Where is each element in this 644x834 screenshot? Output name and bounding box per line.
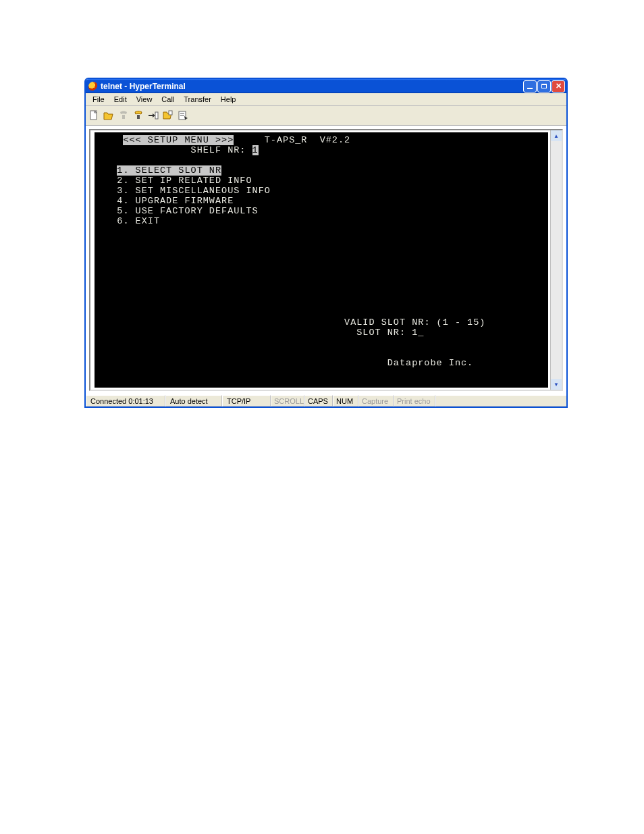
menu-help[interactable]: Help [217,95,240,104]
svg-marker-6 [153,113,155,118]
term-text [99,206,117,216]
properties-icon[interactable] [178,110,188,121]
term-line [99,135,123,145]
statusbar: Connected 0:01:13 Auto detect TCP/IP SCR… [86,394,566,407]
titlebar[interactable]: telnet - HyperTerminal ✕ [86,79,566,93]
vertical-scrollbar[interactable]: ▲ ▼ [550,130,562,390]
svg-marker-2 [104,113,113,120]
client-inner: <<< SETUP MENU >>> T-APS_R V#2.2 SHELF N… [89,129,563,391]
app-window: telnet - HyperTerminal ✕ File Edit View … [84,78,568,408]
status-autodetect: Auto detect [165,395,222,407]
svg-rect-7 [155,112,158,119]
menu-call[interactable]: Call [157,95,178,104]
term-text [99,317,344,328]
status-caps: CAPS [304,395,333,407]
menu-item-1[interactable]: 1. SELECT SLOT NR [117,165,221,176]
close-button[interactable]: ✕ [552,80,565,93]
term-text [99,216,117,226]
svg-rect-3 [122,115,125,119]
disconnect-icon[interactable] [133,110,144,121]
maximize-button[interactable] [537,80,551,93]
svg-rect-4 [137,115,140,119]
menu-item-4[interactable]: 4. UPGRADE FIRMWARE [117,196,234,206]
app-icon [88,82,98,91]
call-icon [118,110,129,121]
new-icon[interactable] [88,110,99,121]
status-tcp: TCP/IP [222,395,271,407]
term-text [99,328,356,338]
company-name: Dataprobe Inc. [387,358,473,368]
menu-title-inverse: <<< SETUP MENU >>> [123,135,234,145]
term-text [99,145,191,155]
menu-view[interactable]: View [132,95,157,104]
app-version: T-APS_R V#2.2 [265,135,350,145]
open-icon[interactable] [103,110,114,121]
window-controls: ✕ [523,80,565,93]
status-capture: Capture [358,395,394,407]
toolbar [86,106,566,126]
status-connected: Connected 0:01:13 [86,395,165,407]
svg-rect-5 [149,115,153,116]
menu-item-6[interactable]: 6. EXIT [117,216,160,226]
scroll-up-icon[interactable]: ▲ [551,130,562,141]
term-text [99,358,387,368]
menu-transfer[interactable]: Transfer [180,95,215,104]
shelf-label: SHELF NR: [191,145,246,155]
minimize-button[interactable] [523,80,537,93]
status-grip [435,395,566,407]
menu-item-3[interactable]: 3. SET MISCELLANEOUS INFO [117,186,271,196]
slot-prompt: SLOT NR: [356,328,412,338]
menu-item-2[interactable]: 2. SET IP RELATED INFO [117,176,252,186]
scroll-down-icon[interactable]: ▼ [551,379,562,390]
send-icon[interactable] [148,110,159,121]
menu-file[interactable]: File [88,95,109,104]
menu-edit[interactable]: Edit [110,95,131,104]
term-text [234,135,265,145]
receive-icon[interactable] [163,110,173,121]
menu-item-5[interactable]: 5. USE FACTORY DEFAULTS [117,206,258,216]
term-text [99,165,117,176]
status-printecho: Print echo [394,395,435,407]
terminal[interactable]: <<< SETUP MENU >>> T-APS_R V#2.2 SHELF N… [95,132,548,388]
slot-input[interactable]: 1 [412,328,424,338]
term-text [99,186,117,196]
client-area: <<< SETUP MENU >>> T-APS_R V#2.2 SHELF N… [86,126,566,394]
term-text [99,196,117,206]
term-text [99,176,117,186]
title-left: telnet - HyperTerminal [88,82,186,91]
term-text [246,145,252,155]
menubar: File Edit View Call Transfer Help [86,93,566,106]
valid-slot-line: VALID SLOT NR: (1 - 15) [344,317,485,328]
window-title: telnet - HyperTerminal [101,82,186,91]
shelf-value: 1 [252,145,259,155]
svg-rect-9 [169,111,172,115]
status-num: NUM [333,395,358,407]
status-scroll: SCROLL [271,395,304,407]
